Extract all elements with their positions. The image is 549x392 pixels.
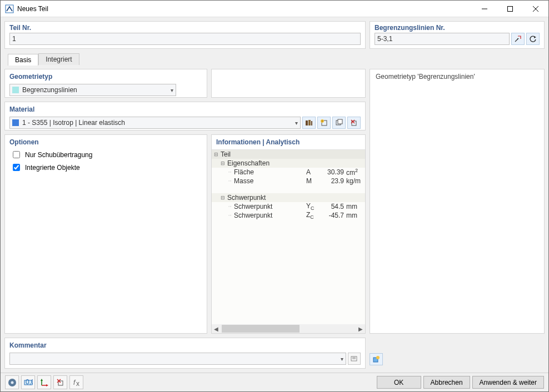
comment-section: Kommentar ▾ [4, 338, 366, 369]
help-button[interactable] [5, 375, 19, 389]
info-section: Informationen | Analytisch ⊟Teil ⊟Eigens… [211, 134, 366, 334]
svg-marker-29 [46, 384, 48, 386]
ok-button[interactable]: OK [377, 376, 421, 389]
teil-nr-input[interactable] [9, 33, 361, 45]
chevron-down-icon: ▾ [341, 356, 343, 362]
material-swatch-icon [12, 119, 19, 126]
chevron-down-icon: ▾ [171, 87, 173, 93]
client-area: Teil Nr. Begrenzungslinien Nr. Basis Int… [1, 17, 548, 373]
apply-button[interactable]: Anwenden & weiter [472, 376, 544, 389]
tab-basis[interactable]: Basis [8, 54, 38, 66]
tabs: Basis Integriert [4, 53, 545, 65]
begrenzung-label: Begrenzungslinien Nr. [375, 24, 540, 32]
material-edit-button[interactable] [332, 117, 346, 129]
material-combo[interactable]: 1 - S355 | Isotrop | Linear elastisch ▾ [9, 117, 301, 129]
close-button[interactable] [523, 1, 548, 17]
info-label: Informationen | Analytisch [212, 138, 365, 146]
comment-combo[interactable]: ▾ [9, 353, 346, 365]
maximize-button[interactable] [497, 1, 523, 17]
window-title: Neues Teil [17, 5, 472, 13]
tree-row-sp-z: ┈SchwerpunktZC-45.7mm [212, 211, 365, 220]
scroll-right-icon[interactable]: ▶ [356, 326, 365, 332]
material-value: 1 - S355 | Isotrop | Linear elastisch [22, 119, 295, 127]
svg-marker-28 [41, 379, 43, 381]
svg-text:x: x [76, 380, 79, 387]
tree-row-schwerpunkt[interactable]: ⊟Schwerpunkt [212, 193, 365, 202]
units-button[interactable]: 0,00 [21, 375, 35, 389]
tree-row-flaeche: ┈FlächeA30.39cm2 [212, 168, 365, 177]
cancel-button[interactable]: Abbrechen [423, 376, 470, 389]
material-section: Material 1 - S355 | Isotrop | Linear ela… [4, 102, 366, 130]
teil-nr-label: Teil Nr. [9, 24, 361, 32]
geom-combo[interactable]: Begrenzungslinien ▾ [9, 84, 176, 96]
geom-section: Geometrietyp Begrenzungslinien ▾ [4, 69, 207, 98]
svg-marker-5 [517, 38, 519, 40]
chevron-down-icon: ▾ [295, 120, 298, 126]
reverse-button[interactable] [526, 33, 540, 45]
pick-lines-button[interactable] [511, 33, 525, 45]
material-new-button[interactable] [317, 117, 331, 129]
option-integrierte-checkbox[interactable] [13, 164, 20, 171]
option-schub-label: Nur Schubübertragung [25, 151, 92, 159]
top-row: Teil Nr. Begrenzungslinien Nr. [4, 21, 545, 49]
scroll-left-icon[interactable]: ◀ [212, 326, 221, 332]
mid-row: Geometrietyp Begrenzungslinien ▾ Materia… [4, 69, 545, 334]
svg-rect-9 [311, 121, 312, 125]
geom-preview-placeholder [211, 69, 366, 98]
mid-left: Geometrietyp Begrenzungslinien ▾ Materia… [4, 69, 366, 334]
begrenzung-input[interactable] [375, 33, 510, 45]
tree-row-masse: ┈MasseM23.9kg/m [212, 177, 365, 185]
svg-rect-2 [508, 6, 513, 11]
option-integrierte[interactable]: Integrierte Objekte [11, 162, 201, 173]
geom-value: Begrenzungslinien [22, 86, 171, 94]
geom-label: Geometrietyp [9, 73, 202, 81]
material-delete-button[interactable] [347, 117, 361, 129]
function-button[interactable]: fx [69, 375, 83, 389]
tab-integriert[interactable]: Integriert [38, 53, 79, 65]
tree-spacer [212, 185, 365, 193]
teil-nr-panel: Teil Nr. [4, 21, 366, 49]
tree-row-sp-y: ┈SchwerpunktYC54.5mm [212, 202, 365, 211]
clear-button[interactable] [53, 375, 67, 389]
material-label: Material [9, 105, 361, 113]
preview-panel: Geometrietyp 'Begrenzungslinien' [370, 69, 545, 334]
svg-rect-13 [338, 119, 342, 124]
svg-rect-7 [306, 120, 308, 125]
svg-point-23 [11, 381, 13, 384]
app-icon [5, 4, 14, 13]
minimize-button[interactable] [472, 1, 497, 17]
scroll-thumb[interactable] [222, 325, 300, 333]
material-library-button[interactable] [302, 117, 316, 129]
options-label: Optionen [9, 138, 202, 146]
begrenzung-panel: Begrenzungslinien Nr. [370, 21, 545, 49]
titlebar: Neues Teil [1, 1, 548, 17]
tree-row-eigenschaften[interactable]: ⊟Eigenschaften [212, 159, 365, 168]
preview-settings-button[interactable] [370, 353, 383, 365]
left-split: Optionen Nur Schubübertragung Integriert… [4, 134, 366, 334]
comment-apply-button[interactable] [348, 353, 361, 365]
option-schub-checkbox[interactable] [13, 151, 20, 158]
comment-row: Kommentar ▾ [4, 338, 545, 369]
svg-text:0,00: 0,00 [26, 378, 33, 386]
comment-label: Kommentar [9, 341, 361, 349]
preview-tools [370, 338, 545, 369]
info-hscroll[interactable]: ◀▶ [212, 324, 365, 333]
option-integrierte-label: Integrierte Objekte [25, 164, 80, 172]
tree-row-teil[interactable]: ⊟Teil [212, 150, 365, 159]
window: Neues Teil Teil Nr. Begrenzungslinien Nr… [0, 0, 549, 392]
option-schub[interactable]: Nur Schubübertragung [11, 149, 201, 160]
footer: 0,00 fx OK Abbrechen Anwenden & weiter [1, 373, 548, 391]
options-section: Optionen Nur Schubübertragung Integriert… [4, 134, 207, 334]
svg-rect-8 [308, 120, 311, 125]
svg-marker-6 [534, 36, 536, 38]
coord-button[interactable] [37, 375, 51, 389]
geom-swatch-icon [12, 87, 19, 93]
svg-point-21 [376, 356, 380, 359]
preview-text: Geometrietyp 'Begrenzungslinien' [376, 73, 475, 81]
info-tree: ⊟Teil ⊟Eigenschaften ┈FlächeA30.39cm2 ┈M… [212, 149, 365, 324]
